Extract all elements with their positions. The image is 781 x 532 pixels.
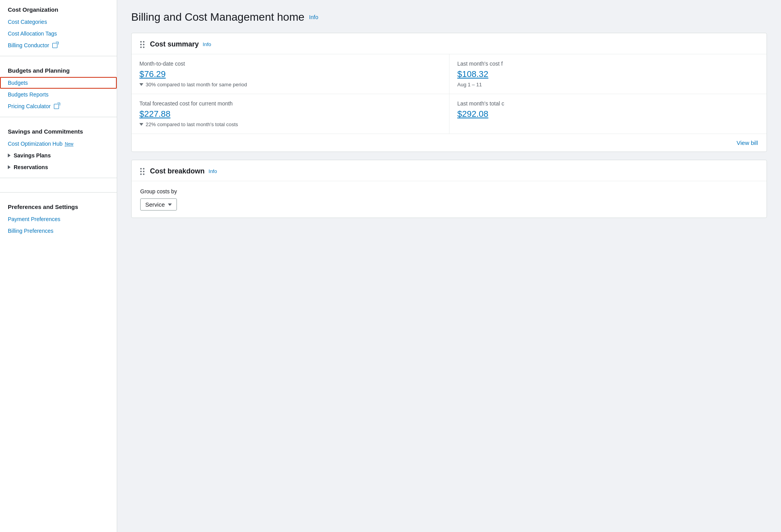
sidebar: Cost Organization Cost Categories Cost A… <box>0 0 117 532</box>
new-badge: New <box>65 141 73 146</box>
cost-breakdown-info-link[interactable]: Info <box>209 168 217 174</box>
sidebar-item-billing-conductor[interactable]: Billing Conductor <box>0 39 117 51</box>
forecasted-label: Total forecasted cost for current month <box>139 100 441 107</box>
cost-item-forecasted: Total forecasted cost for current month … <box>132 94 449 134</box>
group-costs-label: Group costs by <box>140 188 758 195</box>
cost-summary-grid: Month-to-date cost $76.29 30% compared t… <box>132 54 767 94</box>
cost-item-last-month: Last month's cost f $108.32 Aug 1 – 11 <box>449 54 767 94</box>
sidebar-item-cost-optimization-hub[interactable]: Cost Optimization Hub New <box>0 138 117 150</box>
sidebar-section-header-cost-org: Cost Organization <box>0 0 117 16</box>
last-month-cost-period: Aug 1 – 11 <box>457 82 759 87</box>
group-by-value: Service <box>145 201 165 208</box>
group-by-select[interactable]: Service <box>140 198 177 211</box>
down-arrow-icon-mtd <box>139 83 143 86</box>
cost-summary-header: Cost summary Info <box>132 33 767 54</box>
down-arrow-icon-forecast <box>139 123 143 126</box>
last-month-total-label: Last month's total c <box>457 100 759 107</box>
cost-summary-card: Cost summary Info Month-to-date cost $76… <box>131 33 767 152</box>
page-title: Billing and Cost Management home Info <box>131 11 767 23</box>
cost-breakdown-card: Cost breakdown Info Group costs by Servi… <box>131 160 767 218</box>
cost-summary-grid-2: Total forecasted cost for current month … <box>132 94 767 134</box>
cost-breakdown-body: Group costs by Service <box>132 181 767 218</box>
page-title-info-link[interactable]: Info <box>309 14 318 20</box>
expand-icon-reservations <box>8 165 11 169</box>
cost-item-month-to-date: Month-to-date cost $76.29 30% compared t… <box>132 54 449 94</box>
cost-breakdown-title: Cost breakdown <box>150 167 205 175</box>
dropdown-arrow-icon <box>168 204 172 206</box>
view-bill-row: View bill <box>132 134 767 152</box>
month-to-date-value[interactable]: $76.29 <box>139 69 441 79</box>
sidebar-item-reservations[interactable]: Reservations <box>0 161 117 173</box>
month-to-date-label: Month-to-date cost <box>139 61 441 67</box>
cost-summary-title: Cost summary <box>150 40 199 48</box>
sidebar-item-billing-preferences[interactable]: Billing Preferences <box>0 225 117 237</box>
sidebar-item-cost-allocation-tags[interactable]: Cost Allocation Tags <box>0 28 117 39</box>
sidebar-item-pricing-calculator[interactable]: Pricing Calculator <box>0 100 117 112</box>
sidebar-item-savings-plans[interactable]: Savings Plans <box>0 150 117 161</box>
sidebar-divider-3 <box>0 178 117 178</box>
sidebar-scroll-container: Cost Organization Cost Categories Cost A… <box>0 0 117 532</box>
last-month-cost-label: Last month's cost f <box>457 61 759 67</box>
expand-icon-savings-plans <box>8 154 11 157</box>
sidebar-section-cost-organization: Cost Organization Cost Categories Cost A… <box>0 0 117 51</box>
last-month-cost-value[interactable]: $108.32 <box>457 69 759 79</box>
sidebar-section-header-preferences: Preferences and Settings <box>0 197 117 213</box>
view-bill-link[interactable]: View bill <box>736 139 758 146</box>
external-link-icon <box>52 43 57 48</box>
sidebar-section-savings: Savings and Commitments Cost Optimizatio… <box>0 122 117 173</box>
sidebar-divider-2 <box>0 117 117 117</box>
sidebar-section-preferences: Preferences and Settings Payment Prefere… <box>0 197 117 237</box>
cost-summary-info-link[interactable]: Info <box>203 41 211 47</box>
sidebar-section-header-budgets: Budgets and Planning <box>0 61 117 77</box>
sidebar-item-cost-categories[interactable]: Cost Categories <box>0 16 117 28</box>
main-content: Billing and Cost Management home Info Co… <box>117 0 781 532</box>
sidebar-section-header-savings: Savings and Commitments <box>0 122 117 138</box>
drag-handle-cost-breakdown <box>140 168 144 175</box>
cost-breakdown-header: Cost breakdown Info <box>132 160 767 181</box>
sidebar-item-budget-reports[interactable]: Budgets Reports <box>0 89 117 100</box>
sidebar-section-budgets: Budgets and Planning Budgets Budgets Rep… <box>0 61 117 112</box>
forecasted-value[interactable]: $227.88 <box>139 109 441 119</box>
sidebar-divider-1 <box>0 56 117 56</box>
sidebar-item-budgets[interactable]: Budgets <box>0 77 117 89</box>
last-month-total-value[interactable]: $292.08 <box>457 109 759 119</box>
month-to-date-comparison: 30% compared to last month for same peri… <box>139 82 441 87</box>
sidebar-item-payment-preferences[interactable]: Payment Preferences <box>0 213 117 225</box>
sidebar-divider-4 <box>0 192 117 193</box>
forecasted-comparison: 22% compared to last month's total costs <box>139 121 441 127</box>
external-link-icon-pricing <box>54 104 59 109</box>
drag-handle-cost-summary <box>140 41 144 48</box>
cost-item-last-month-total: Last month's total c $292.08 <box>449 94 767 134</box>
